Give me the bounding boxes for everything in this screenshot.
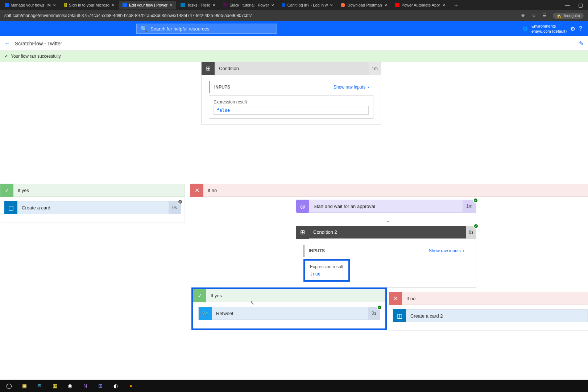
close-icon[interactable]: ✕ xyxy=(112,3,115,7)
chevron-right-icon: › xyxy=(368,85,369,90)
condition-card[interactable]: ⊞ Condition 1m INPUTS Show raw inputs › … xyxy=(201,62,381,125)
search-circle-icon[interactable]: ◯ xyxy=(5,382,13,390)
eye-off-icon[interactable]: 👁 xyxy=(521,13,525,18)
if-no-2-branch: ✕ If no ◫ Create a card 2 xyxy=(389,292,588,331)
new-tab-button[interactable]: ＋ xyxy=(450,1,463,9)
incognito-badge: 🕵Incognito xyxy=(553,13,584,19)
action-title: Retweet xyxy=(216,311,233,316)
inputs-row: INPUTS Show raw inputs › xyxy=(209,81,373,93)
environment-label: Environments xyxy=(531,24,567,29)
browser-tab[interactable]: Sign in to your Microso✕ xyxy=(60,1,118,9)
flow-name: ScratchFlow - Twitter xyxy=(15,41,62,46)
if-yes-branch: ✓ If yes ◫ Create a card 0s ✕ xyxy=(0,184,185,222)
browser-tab[interactable]: Download Postman✕ xyxy=(337,1,390,9)
if-yes-2-branch: ✓ If yes 🐦 Retweet 0s ✓ xyxy=(191,287,387,330)
sub-header: ← ScratchFlow - Twitter ✎ xyxy=(0,36,588,51)
condition-icon: ⊞ xyxy=(202,62,215,75)
edit-icon[interactable]: ✎ xyxy=(579,40,584,47)
browser-tab-strip: Manage your flows | M✕ Sign in to your M… xyxy=(0,0,588,10)
close-icon[interactable]: ✕ xyxy=(384,3,387,7)
create-card-action[interactable]: ◫ Create a card 0s ✕ xyxy=(4,201,181,214)
status-ok-icon: ✓ xyxy=(473,224,479,229)
mail-icon[interactable]: ✉ xyxy=(36,382,44,390)
check-icon: ✓ xyxy=(0,184,13,197)
expression-value: true xyxy=(310,271,343,277)
status-ok-icon: ✓ xyxy=(473,198,478,203)
browser-tab[interactable]: Can't log in? - Log in w✕ xyxy=(278,1,336,9)
environment-icon[interactable]: 🌐 xyxy=(523,26,528,31)
browser-tab[interactable]: Edit your flow | Power✕ xyxy=(119,1,176,9)
status-skipped-icon: ✕ xyxy=(178,199,183,204)
reading-list-icon[interactable]: ☰ xyxy=(542,13,546,18)
inputs-label: INPUTS xyxy=(309,248,325,253)
card-title: Condition xyxy=(219,66,239,71)
status-ok-icon: ✓ xyxy=(377,305,382,310)
branch-header-yes[interactable]: ✓ If yes xyxy=(193,289,385,302)
app-header: 🔍 🌐 Environments enayu.com (default) ⚙ ? xyxy=(0,21,588,36)
obs-icon[interactable]: ◐ xyxy=(112,382,120,390)
create-card-2-action[interactable]: ◫ Create a card 2 xyxy=(393,309,588,322)
action-title: Create a card 2 xyxy=(410,313,443,319)
maximize-icon[interactable]: ▢ xyxy=(578,2,583,8)
url[interactable]: soft.com/manage/environments/Default-375… xyxy=(4,13,252,18)
close-icon[interactable]: ✕ xyxy=(442,3,445,7)
file-explorer-icon[interactable]: ▣ xyxy=(20,382,28,390)
condition-2-card[interactable]: ⊞ Condition 2 0s ✓ INPUTS Show raw input… xyxy=(296,226,476,288)
browser-tab[interactable]: Tasks | Trello✕ xyxy=(177,1,219,9)
search-box[interactable]: 🔍 xyxy=(136,24,277,34)
close-icon[interactable]: ✕ xyxy=(330,3,333,7)
highlighted-expression: Expression result true xyxy=(303,259,350,282)
expression-value: false xyxy=(214,106,369,115)
arrow-down-icon: ↓ xyxy=(386,215,390,224)
if-no-branch: ✕ If no ◎ Start and wait for an approval… xyxy=(190,184,588,197)
expression-label: Expression result xyxy=(214,99,369,105)
orange-app-icon[interactable]: ● xyxy=(127,382,135,390)
browser-tab[interactable]: Manage your flows | M✕ xyxy=(1,1,59,9)
close-icon[interactable]: ✕ xyxy=(212,3,215,7)
environment-value[interactable]: enayu.com (default) xyxy=(531,29,567,34)
close-icon: ✕ xyxy=(389,292,402,305)
chevron-right-icon: › xyxy=(463,248,464,253)
inputs-label: INPUTS xyxy=(214,85,230,90)
bookmark-icon[interactable]: ☆ xyxy=(532,13,536,18)
gear-icon[interactable]: ⚙ xyxy=(570,25,575,32)
minimize-icon[interactable]: — xyxy=(565,2,570,8)
branch-header-yes[interactable]: ✓ If yes xyxy=(0,184,185,197)
browser-tab[interactable]: Power Automate Appr✕ xyxy=(392,1,449,9)
teams-icon[interactable]: ⊞ xyxy=(96,382,104,390)
check-icon: ✓ xyxy=(193,289,206,302)
search-input[interactable] xyxy=(150,26,273,32)
close-icon[interactable]: ✕ xyxy=(53,3,56,7)
expression-box: Expression result false xyxy=(209,95,373,119)
inputs-row: INPUTS Show raw inputs › xyxy=(303,245,469,257)
onenote-icon[interactable]: N xyxy=(81,382,89,390)
chrome-icon[interactable]: ◉ xyxy=(66,382,74,390)
help-icon[interactable]: ? xyxy=(579,25,582,32)
branch-header-no[interactable]: ✕ If no xyxy=(190,184,588,197)
flow-canvas[interactable]: ⊞ Condition 1m INPUTS Show raw inputs › … xyxy=(0,62,588,380)
trello-icon: ◫ xyxy=(4,201,17,214)
back-icon[interactable]: ← xyxy=(4,40,10,46)
branch-header-no[interactable]: ✕ If no xyxy=(389,292,588,305)
close-icon[interactable]: ✕ xyxy=(271,3,274,7)
branch-title: If yes xyxy=(18,188,29,193)
branch-title: If yes xyxy=(211,293,222,298)
twitter-icon: 🐦 xyxy=(199,307,212,320)
browser-tab[interactable]: Slack | tutorial | Power✕ xyxy=(220,1,278,9)
condition-icon: ⊞ xyxy=(296,226,309,239)
approval-action[interactable]: ◎ Start and wait for an approval 1m ✓ xyxy=(296,200,476,213)
card-title: Condition 2 xyxy=(313,229,337,235)
success-banner: ✔ Your flow ran successfully. xyxy=(0,51,588,62)
incognito-icon: 🕵 xyxy=(556,13,562,18)
show-raw-inputs-link[interactable]: Show raw inputs › xyxy=(429,248,464,253)
action-title: Create a card xyxy=(22,205,50,211)
branch-title: If no xyxy=(208,188,217,193)
taskbar: ◯ ▣ ✉ ▦ ◉ N ⊞ ◐ ● xyxy=(0,380,588,392)
show-raw-inputs-link[interactable]: Show raw inputs › xyxy=(334,85,369,90)
close-icon: ✕ xyxy=(190,184,203,197)
branch-title: If no xyxy=(406,296,415,301)
retweet-action[interactable]: 🐦 Retweet 0s ✓ xyxy=(198,307,380,320)
sticky-notes-icon[interactable]: ▦ xyxy=(51,382,59,390)
close-icon[interactable]: ✕ xyxy=(170,3,173,7)
check-circle-icon: ✔ xyxy=(4,54,8,59)
